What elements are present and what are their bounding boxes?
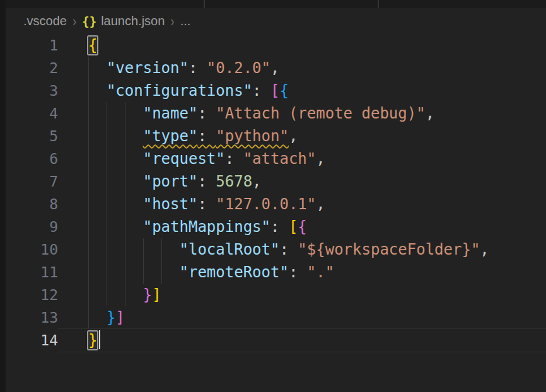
code-text: "type": "python",: [88, 125, 298, 147]
code-token: "Attach (remote debug)": [216, 105, 425, 122]
breadcrumb-filename: launch.json: [101, 14, 165, 28]
line-number[interactable]: 12: [6, 284, 58, 306]
code-line[interactable]: 1{: [6, 34, 546, 57]
line-number[interactable]: 5: [6, 125, 58, 147]
line-number[interactable]: 14: [6, 329, 58, 352]
code-token: [88, 195, 143, 213]
code-text: "configurations": [{: [88, 79, 289, 102]
code-token: "0.2.0": [207, 59, 270, 77]
code-text: "request": "attach",: [88, 147, 325, 170]
code-line[interactable]: 8 "host": "127.0.0.1",: [6, 193, 546, 216]
code-line[interactable]: 9 "pathMappings": [{: [6, 216, 546, 238]
line-number[interactable]: 6: [6, 147, 58, 170]
line-number[interactable]: 2: [6, 57, 58, 79]
vscode-editor-window: .vscode › {} launch.json › ... 1{2 "vers…: [0, 0, 546, 392]
code-line[interactable]: 12 }]: [6, 284, 546, 306]
code-token: }: [107, 309, 115, 326]
code-token: [88, 218, 143, 236]
code-token: [88, 59, 107, 77]
chevron-right-icon: ›: [73, 13, 76, 30]
breadcrumb-item-symbol-path[interactable]: ...: [180, 14, 191, 28]
code-token: ,: [316, 150, 325, 168]
code-token: :: [197, 173, 216, 190]
code-token: :: [197, 105, 216, 122]
breadcrumb-item-vscode[interactable]: .vscode: [23, 14, 67, 28]
code-token: [88, 105, 143, 122]
code-line[interactable]: 2 "version": "0.2.0",: [6, 57, 546, 79]
code-token: :: [225, 150, 243, 168]
code-token: ]: [115, 309, 124, 326]
code-token: "configurations": [107, 82, 252, 100]
json-braces-icon: {}: [82, 14, 96, 28]
code-token: "attach": [243, 150, 317, 168]
code-token: ,: [252, 173, 261, 190]
code-token: [: [289, 218, 298, 236]
code-token: "type": [143, 127, 198, 145]
code-token: "name": [143, 105, 198, 122]
bracket-match: {: [88, 37, 97, 54]
code-token: :: [189, 59, 207, 77]
code-line[interactable]: 6 "request": "attach",: [6, 147, 546, 170]
code-line[interactable]: 4 "name": "Attach (remote debug)",: [6, 102, 546, 125]
code-token: ,: [289, 127, 298, 145]
code-token: :: [197, 127, 216, 145]
code-token: [88, 263, 180, 281]
tab-separator: [378, 0, 379, 8]
code-token: "remoteRoot": [180, 263, 289, 281]
code-token: }: [143, 286, 152, 304]
code-editor[interactable]: 1{2 "version": "0.2.0",3 "configurations…: [6, 34, 546, 392]
line-number[interactable]: 7: [6, 170, 58, 193]
code-token: 5678: [216, 173, 252, 190]
code-token: :: [270, 218, 289, 236]
code-token: ,: [270, 59, 279, 77]
line-number[interactable]: 9: [6, 216, 58, 238]
code-token: "request": [143, 150, 225, 168]
code-line[interactable]: 3 "configurations": [{: [6, 79, 546, 102]
code-token: [88, 309, 107, 326]
chevron-right-icon: ›: [170, 13, 174, 30]
code-token: [88, 241, 180, 258]
code-token: "127.0.0.1": [216, 195, 316, 213]
code-token: {: [298, 218, 306, 236]
code-token: :: [279, 241, 298, 258]
code-token: ,: [480, 241, 489, 258]
code-text: "port": 5678,: [88, 170, 262, 193]
code-token: "python": [216, 127, 289, 145]
bracket-match: }: [88, 331, 97, 349]
code-token: [88, 127, 143, 145]
code-token: "host": [143, 195, 198, 213]
code-token: [: [270, 82, 279, 100]
code-text: "pathMappings": [{: [88, 216, 307, 238]
breadcrumb-item-launch-json[interactable]: {} launch.json: [82, 14, 165, 28]
line-number[interactable]: 13: [6, 306, 58, 329]
code-token: ".": [307, 263, 334, 281]
line-number[interactable]: 3: [6, 79, 58, 102]
window-left-edge: [0, 0, 6, 392]
line-number[interactable]: 10: [6, 238, 58, 261]
code-token: [88, 82, 107, 100]
code-line[interactable]: 5 "type": "python",: [6, 125, 546, 147]
tab-bar[interactable]: [6, 0, 546, 8]
code-line[interactable]: 7 "port": 5678,: [6, 170, 546, 193]
code-text: "remoteRoot": ".": [88, 261, 334, 284]
code-line[interactable]: 10 "localRoot": "${workspaceFolder}",: [6, 238, 546, 261]
line-number[interactable]: 1: [6, 34, 58, 57]
code-token: ]: [152, 286, 161, 304]
code-token: [88, 150, 143, 168]
code-token: "version": [107, 59, 189, 77]
code-text: {: [88, 34, 97, 57]
code-token: [88, 173, 143, 190]
code-text: "host": "127.0.0.1",: [88, 193, 325, 216]
line-number[interactable]: 8: [6, 193, 58, 216]
code-token: "port": [143, 173, 198, 190]
code-token: :: [252, 82, 270, 100]
line-number[interactable]: 4: [6, 102, 58, 125]
code-line[interactable]: 14}: [6, 329, 546, 352]
code-text: }: [88, 329, 100, 352]
code-token: ,: [426, 105, 434, 122]
line-number[interactable]: 11: [6, 261, 58, 284]
code-line[interactable]: 11 "remoteRoot": ".": [6, 261, 546, 284]
tab-separator: [204, 0, 205, 8]
code-token: "pathMappings": [143, 218, 270, 236]
code-line[interactable]: 13 }]: [6, 306, 546, 329]
